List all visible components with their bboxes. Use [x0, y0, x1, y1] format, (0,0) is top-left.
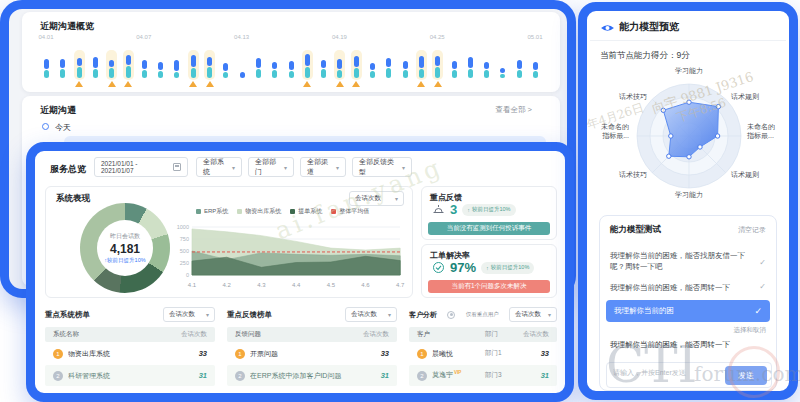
chart-legend: ERP系统 物资出库系统 提单系统 整体平均值: [196, 207, 406, 216]
capability-title: 能力模型预览: [619, 20, 679, 34]
caret-down-icon: ▾: [395, 195, 398, 202]
test-title: 能力模型测试: [610, 224, 661, 236]
donut-center-delta: ↑较前日提升10%: [104, 257, 145, 264]
table-row[interactable]: 1 开票问题 33: [227, 343, 397, 364]
key-feedback-value: 3: [450, 202, 457, 217]
filter-feedback-type[interactable]: 全部反馈类型▾: [352, 157, 412, 177]
filter-system[interactable]: 全部系统▾: [196, 157, 242, 177]
filter-department[interactable]: 全部部门▾: [248, 157, 294, 177]
test-option-selected[interactable]: 我理解你当前的困 ✓: [606, 300, 770, 322]
reply-text: 我理解你当前的困难，能否周转一下: [610, 340, 760, 350]
toggle-label: 仅看重点用户: [466, 311, 499, 318]
table-row[interactable]: 1 物资出库系统 33: [45, 343, 215, 364]
legend-swatch-icon: [290, 209, 295, 214]
date-range-picker[interactable]: 2021/01/01 - 2021/01/07: [94, 157, 188, 177]
donut-center-label: 昨日会话数: [110, 232, 140, 241]
ticket-resolution-card: 工单解决率 97% ↑ 较前日提升10% 当前有1个问题多次未解决: [421, 244, 557, 298]
arrow-up-icon: ↑: [467, 207, 470, 213]
vip-badge: VIP: [454, 370, 461, 375]
svg-text:4.6: 4.6: [361, 282, 370, 288]
test-option[interactable]: 我理解你当前的困难，能否找朋友借一下呢？周转一下吧: [610, 250, 752, 273]
check-icon: ✓: [754, 306, 762, 316]
table-metric-select[interactable]: 会话次数▾: [345, 307, 397, 322]
timeline-dot-icon: [42, 123, 49, 130]
key-feedback-card: 重点反馈 3 ↑ 较前日提升10% 当前没有监测到任何投诉事件: [421, 186, 557, 240]
key-systems-table: 重点系统榜单 会话次数▾ 系统名称 会话次数 1 物资出库系统 33 2 科研管…: [45, 306, 215, 386]
table-row[interactable]: 2 科研管理系统 31: [45, 365, 215, 386]
ticket-resolution-value: 97%: [450, 260, 476, 275]
eye-icon: [600, 20, 615, 38]
svg-text:250: 250: [180, 260, 189, 266]
score-text: 当前节点能力得分：9分: [600, 50, 690, 62]
rank-badge: 2: [235, 371, 245, 381]
caret-down-icon: ▾: [548, 311, 551, 318]
overview-title: 近期沟通概览: [40, 20, 94, 33]
table-row[interactable]: 2 莫逸宇VIP 部门3 31: [409, 365, 557, 386]
radar-label: 话术规则: [731, 93, 775, 102]
divider: [590, 40, 786, 41]
rank-badge: 2: [417, 371, 427, 381]
communication-timeline-chart: 04.0104.0704.1304.1904.2505.01: [34, 34, 554, 88]
system-performance-title: 系统表现: [56, 193, 90, 205]
service-title: 服务总览: [50, 163, 86, 176]
svg-text:1000: 1000: [177, 224, 189, 230]
caret-down-icon: ▾: [388, 311, 391, 318]
date-range-value: 2021/01/01 - 2021/01/07: [101, 160, 169, 174]
check-icon: ✓: [759, 258, 766, 267]
action-hint: 选择和取消: [734, 326, 767, 335]
calendar-icon: [173, 163, 181, 171]
delta-badge: ↑ 较前日提升10%: [481, 262, 534, 274]
capability-window-frame: 能力模型预览 当前节点能力得分：9分 学习能力 话术规则 未命名的指标最... …: [578, 2, 798, 400]
rank-badge: 2: [53, 371, 63, 381]
clear-records-link[interactable]: 清空记录: [738, 225, 766, 235]
svg-text:0: 0: [186, 272, 189, 278]
group-label: 今天: [55, 122, 71, 133]
legend-swatch-icon: [237, 209, 242, 214]
filter-channel[interactable]: 全部渠道▾: [300, 157, 346, 177]
send-button[interactable]: 发送: [725, 366, 767, 385]
key-feedback-banner: 当前没有监测到任何投诉事件: [428, 222, 550, 235]
caret-down-icon: ▾: [402, 164, 405, 171]
check-circle-icon: [432, 261, 445, 274]
recent-title: 近期沟通: [40, 104, 76, 117]
radar-label: 学习能力: [659, 191, 719, 200]
alarm-icon: [432, 203, 445, 216]
table-title: 重点反馈榜单: [227, 310, 272, 320]
service-window-frame: 服务总览 2021/01/01 - 2021/01/07 全部系统▾ 全部部门▾…: [26, 142, 574, 402]
capability-test-card: 能力模型测试 清空记录 我理解你当前的困难，能否找朋友借一下呢？周转一下吧 ✓ …: [599, 215, 777, 391]
radar-label: 话术技巧: [603, 93, 647, 102]
legend-swatch-icon: [331, 209, 336, 214]
metric-select[interactable]: 会话次数 ▾: [349, 191, 404, 206]
table-header-row: 系统名称 会话次数: [45, 327, 215, 342]
caret-down-icon: ▾: [336, 164, 339, 171]
key-users-toggle[interactable]: [447, 311, 455, 319]
legend-swatch-icon: [196, 209, 201, 214]
table-title: 重点系统榜单: [45, 310, 90, 320]
table-header-row: 客户 部门 会话次数: [409, 327, 557, 342]
table-metric-select[interactable]: 会话次数▾: [163, 307, 215, 322]
chevron-right-icon: >: [528, 105, 532, 114]
chat-input[interactable]: [613, 369, 721, 376]
system-area-chart: 025050075010004.14.24.34.44.54.64.7: [174, 221, 410, 293]
table-title: 客户分析: [409, 310, 437, 320]
svg-text:500: 500: [180, 248, 189, 254]
dashboard-screenshot: 近期沟通概览 04.0104.0704.1304.1904.2505.01 近期…: [0, 0, 800, 402]
chat-input-box: 发送: [606, 362, 772, 388]
test-option[interactable]: 我理解你当前的困难，能否周转一下: [610, 282, 752, 293]
caret-down-icon: ▾: [206, 311, 209, 318]
donut-center-value: 4,181: [110, 242, 140, 256]
caret-down-icon: ▾: [284, 164, 287, 171]
table-row[interactable]: 2 在ERP系统中添加客户ID问题 31: [227, 365, 397, 386]
svg-text:4.2: 4.2: [223, 282, 232, 288]
check-icon: ✓: [759, 282, 766, 291]
rank-badge: 1: [417, 349, 427, 359]
svg-text:4.5: 4.5: [327, 282, 336, 288]
delta-badge: ↑ 较前日提升10%: [462, 204, 515, 216]
radar-label: 学习能力: [659, 67, 719, 76]
table-row[interactable]: 1 晨曦悦 部门1 33: [409, 343, 557, 364]
communication-overview-card: 近期沟通概览 04.0104.0704.1304.1904.2505.01: [22, 12, 560, 92]
radar-label: 未命名的指标最...: [597, 123, 629, 141]
view-all-link[interactable]: 查看全部 >: [496, 105, 532, 115]
radar-label: 未命名的指标最...: [747, 123, 779, 141]
table-metric-select[interactable]: 会话次数▾: [509, 307, 557, 322]
